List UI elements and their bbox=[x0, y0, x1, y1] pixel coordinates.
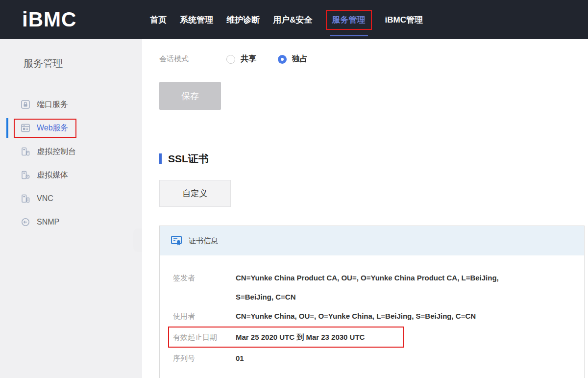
session-mode-label: 会话模式 bbox=[159, 54, 216, 64]
sidebar-item-virtual-media[interactable]: 虚拟媒体 bbox=[0, 163, 142, 187]
save-button[interactable]: 保存 bbox=[159, 82, 221, 110]
radio-selected-icon[interactable] bbox=[278, 55, 287, 64]
sidebar-menu: 端口服务 Web服务 bbox=[0, 93, 142, 234]
sidebar-item-label: VNC bbox=[37, 194, 53, 203]
snmp-icon bbox=[21, 217, 30, 227]
web-service-icon bbox=[21, 123, 30, 133]
sidebar-item-vnc[interactable]: VNC bbox=[0, 187, 142, 210]
cert-serial-label: 序列号 bbox=[173, 349, 236, 368]
certificate-panel-header: 证书信息 bbox=[160, 226, 584, 255]
main-nav: 首页 系统管理 维护诊断 用户&安全 服务管理 iBMC管理 bbox=[150, 10, 423, 30]
active-item-indicator bbox=[6, 118, 8, 138]
cert-issuer-label: 签发者 bbox=[173, 268, 236, 287]
cert-validity-label: 有效起止日期 bbox=[173, 328, 236, 347]
sidebar-title: 服务管理 bbox=[0, 39, 142, 70]
nav-tab-home[interactable]: 首页 bbox=[150, 14, 167, 25]
certificate-info-panel: 证书信息 签发者 CN=Yunke China Product CA, OU=,… bbox=[159, 226, 585, 378]
certificate-icon bbox=[171, 235, 182, 247]
sidebar-item-label: Web服务 bbox=[37, 123, 69, 133]
sidebar-item-label: 虚拟媒体 bbox=[37, 170, 68, 180]
sidebar-item-port-service[interactable]: 端口服务 bbox=[0, 93, 142, 116]
certificate-panel-body: 签发者 CN=Yunke China Product CA, OU=, O=Yu… bbox=[160, 255, 584, 378]
ssl-section-title: SSL证书 bbox=[159, 152, 588, 166]
session-mode-row: 会话模式 共享 独占 bbox=[159, 54, 588, 64]
cert-validity-value: Mar 25 2020 UTC 到 Mar 23 2030 UTC bbox=[236, 328, 365, 347]
sidebar-item-label: 端口服务 bbox=[37, 100, 68, 110]
sidebar-item-label: SNMP bbox=[37, 218, 59, 227]
radio-option-shared[interactable]: 共享 bbox=[226, 54, 256, 64]
top-header: iBMC 首页 系统管理 维护诊断 用户&安全 服务管理 iBMC管理 bbox=[0, 0, 588, 39]
radio-option-exclusive-label: 独占 bbox=[292, 54, 308, 64]
main-content: 会话模式 共享 独占 保存 SSL证书 自定义 证书信息 bbox=[142, 39, 588, 378]
sidebar-item-label: 虚拟控制台 bbox=[37, 147, 76, 157]
active-tab-underline bbox=[330, 35, 368, 36]
ibmc-logo: iBMC bbox=[22, 8, 76, 31]
radio-option-exclusive[interactable]: 独占 bbox=[278, 54, 308, 64]
section-accent-bar bbox=[159, 153, 162, 164]
certificate-panel-title: 证书信息 bbox=[189, 236, 218, 246]
sidebar-item-virtual-console[interactable]: 虚拟控制台 bbox=[0, 140, 142, 163]
virtual-console-icon bbox=[21, 147, 30, 156]
cert-issuer-value: CN=Yunke China Product CA, OU=, O=Yunke … bbox=[236, 268, 517, 306]
ssl-section-title-text: SSL证书 bbox=[168, 152, 209, 166]
vnc-icon bbox=[21, 194, 30, 203]
cert-subject-label: 使用者 bbox=[173, 306, 236, 326]
cert-row-subject: 使用者 CN=Yunke China, OU=, O=Yunke China, … bbox=[173, 306, 574, 326]
port-service-icon bbox=[21, 100, 30, 109]
sidebar: 服务管理 端口服务 Web服务 bbox=[0, 39, 142, 378]
cert-serial-value: 01 bbox=[236, 349, 244, 368]
nav-tab-user-security[interactable]: 用户&安全 bbox=[273, 14, 312, 25]
nav-tab-ibmc-management[interactable]: iBMC管理 bbox=[385, 14, 423, 25]
custom-certificate-button[interactable]: 自定义 bbox=[159, 180, 231, 207]
sidebar-item-web-service[interactable]: Web服务 bbox=[0, 116, 142, 140]
cert-row-serial: 序列号 01 bbox=[173, 349, 574, 368]
radio-unselected-icon[interactable] bbox=[226, 55, 235, 64]
cert-row-issuer: 签发者 CN=Yunke China Product CA, OU=, O=Yu… bbox=[173, 268, 574, 306]
nav-tab-service-management-label[interactable]: 服务管理 bbox=[326, 10, 372, 30]
virtual-media-icon bbox=[21, 170, 30, 180]
nav-tab-service-management[interactable]: 服务管理 bbox=[326, 10, 372, 30]
cert-subject-value: CN=Yunke China, OU=, O=Yunke China, L=Be… bbox=[236, 306, 476, 326]
nav-tab-system[interactable]: 系统管理 bbox=[180, 14, 213, 25]
session-mode-options: 共享 独占 bbox=[226, 54, 308, 64]
sidebar-item-snmp[interactable]: SNMP bbox=[0, 210, 142, 234]
nav-tab-maintenance[interactable]: 维护诊断 bbox=[226, 14, 260, 25]
cert-row-validity: 有效起止日期 Mar 25 2020 UTC 到 Mar 23 2030 UTC bbox=[168, 327, 404, 348]
radio-option-shared-label: 共享 bbox=[241, 54, 256, 64]
annotation-box-web-service: Web服务 bbox=[14, 119, 76, 138]
